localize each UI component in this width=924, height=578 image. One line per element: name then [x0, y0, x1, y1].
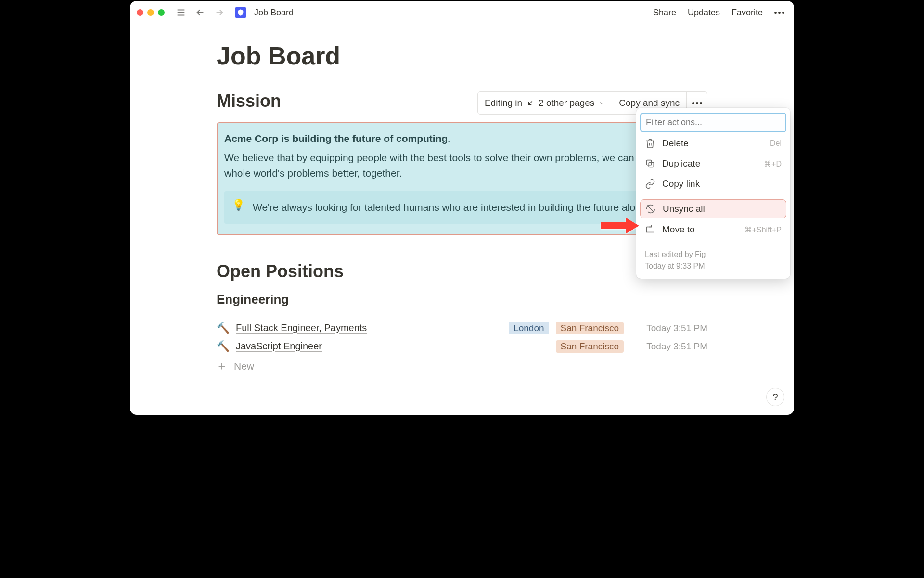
page-title[interactable]: Job Board [217, 41, 707, 70]
editing-in-prefix: Editing in [485, 98, 522, 108]
annotation-arrow [600, 215, 640, 239]
hammer-icon: 🔨 [217, 322, 229, 334]
favorite-button[interactable]: Favorite [729, 6, 766, 20]
move-to-label: Move to [662, 224, 695, 235]
list-item[interactable]: 🔨 Full Stack Engineer, Payments London S… [217, 319, 707, 337]
hammer-icon: 🔨 [217, 340, 229, 353]
new-item-button[interactable]: New [217, 360, 707, 372]
app-window: Job Board Share Updates Favorite Job Boa… [130, 1, 794, 415]
sidebar-toggle-button[interactable] [174, 6, 188, 19]
breadcrumb[interactable]: Job Board [254, 8, 294, 18]
location-tag[interactable]: San Francisco [556, 322, 624, 334]
duplicate-action[interactable]: Duplicate ⌘+D [640, 154, 786, 173]
mission-heading[interactable]: Mission [217, 91, 281, 111]
location-tag[interactable]: London [509, 322, 549, 334]
timestamp: Today 3:51 PM [630, 341, 707, 352]
delete-action[interactable]: Delete Del [640, 134, 786, 153]
filter-actions-input[interactable] [640, 113, 786, 132]
more-menu-button[interactable] [771, 10, 787, 16]
page-icon [235, 7, 246, 18]
positions-list: 🔨 Full Stack Engineer, Payments London S… [217, 319, 707, 372]
chevron-down-icon [598, 100, 605, 106]
menu-separator [641, 196, 785, 196]
help-label: ? [772, 392, 778, 403]
last-edited-time: Today at 9:33 PM [645, 260, 782, 272]
last-edited-meta: Last edited by Fig Today at 9:33 PM [640, 245, 786, 273]
unsync-all-label: Unsync all [663, 204, 705, 214]
svg-line-10 [647, 206, 654, 213]
open-positions-heading[interactable]: Open Positions [217, 261, 707, 282]
window-controls [137, 9, 165, 16]
move-to-action[interactable]: Move to ⌘+Shift+P [640, 220, 786, 239]
callout-text[interactable]: We're always looking for talented humans… [253, 200, 681, 215]
close-window-button[interactable] [137, 9, 143, 16]
editing-in-button[interactable]: Editing in 2 other pages [478, 92, 612, 114]
topbar: Job Board Share Updates Favorite [130, 1, 794, 24]
synced-block-lead[interactable]: Acme Corp is building the future of comp… [224, 133, 698, 144]
copy-link-label: Copy link [662, 179, 700, 189]
editing-in-count: 2 other pages [539, 98, 594, 108]
delete-shortcut: Del [770, 139, 782, 148]
position-title[interactable]: Full Stack Engineer, Payments [236, 322, 367, 334]
svg-line-5 [528, 101, 532, 105]
new-item-label: New [234, 360, 254, 372]
synced-block-body[interactable]: We believe that by equipping people with… [224, 150, 698, 180]
updates-button[interactable]: Updates [685, 6, 723, 20]
share-button[interactable]: Share [650, 6, 679, 20]
back-button[interactable] [193, 6, 207, 19]
last-edited-by: Last edited by Fig [645, 249, 782, 260]
timestamp: Today 3:51 PM [630, 323, 707, 334]
menu-separator [641, 242, 785, 242]
svg-rect-11 [601, 222, 626, 229]
mission-heading-row: Mission Editing in 2 other pages Copy an… [217, 90, 707, 113]
copy-link-action[interactable]: Copy link [640, 175, 786, 193]
location-tag[interactable]: San Francisco [556, 340, 624, 353]
duplicate-shortcut: ⌘+D [764, 159, 782, 168]
trash-icon [645, 138, 655, 149]
link-icon [645, 179, 655, 189]
move-to-icon [645, 224, 655, 235]
position-title[interactable]: JavaScript Engineer [236, 341, 322, 352]
block-actions-menu: Delete Del Duplicate ⌘+D Copy link Unsyn… [636, 108, 790, 279]
lightbulb-icon: 💡 [232, 200, 245, 210]
help-button[interactable]: ? [766, 388, 784, 406]
forward-button[interactable] [213, 6, 226, 19]
svg-marker-12 [626, 218, 639, 234]
arrow-down-left-icon [526, 99, 535, 107]
duplicate-label: Duplicate [662, 158, 700, 169]
duplicate-icon [645, 158, 655, 169]
engineering-heading[interactable]: Engineering [217, 292, 707, 312]
maximize-window-button[interactable] [158, 9, 165, 16]
plus-icon [217, 361, 227, 372]
copy-and-sync-label: Copy and sync [619, 98, 680, 108]
unsync-all-action[interactable]: Unsync all [640, 199, 786, 218]
list-item[interactable]: 🔨 JavaScript Engineer San Francisco Toda… [217, 337, 707, 356]
minimize-window-button[interactable] [147, 9, 154, 16]
unsync-icon [645, 204, 656, 214]
delete-label: Delete [662, 138, 689, 149]
move-to-shortcut: ⌘+Shift+P [744, 225, 782, 234]
